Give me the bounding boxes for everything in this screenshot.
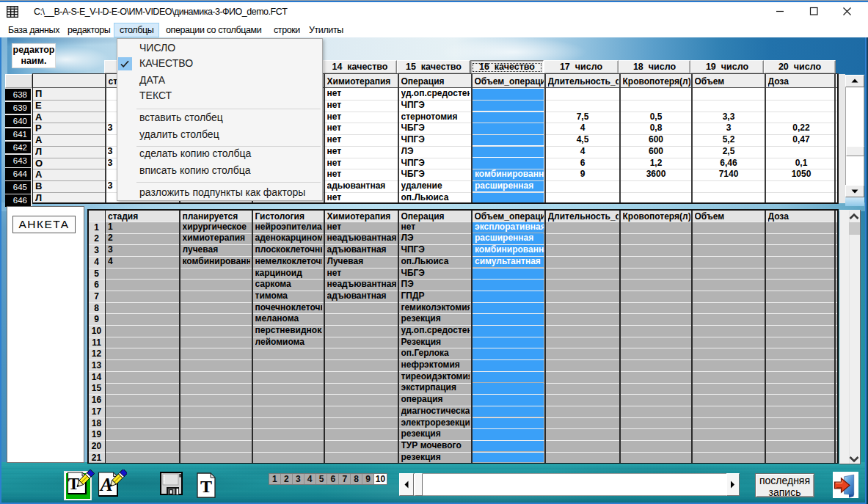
svg-text:T: T: [68, 475, 79, 493]
svg-text:T: T: [200, 477, 212, 496]
